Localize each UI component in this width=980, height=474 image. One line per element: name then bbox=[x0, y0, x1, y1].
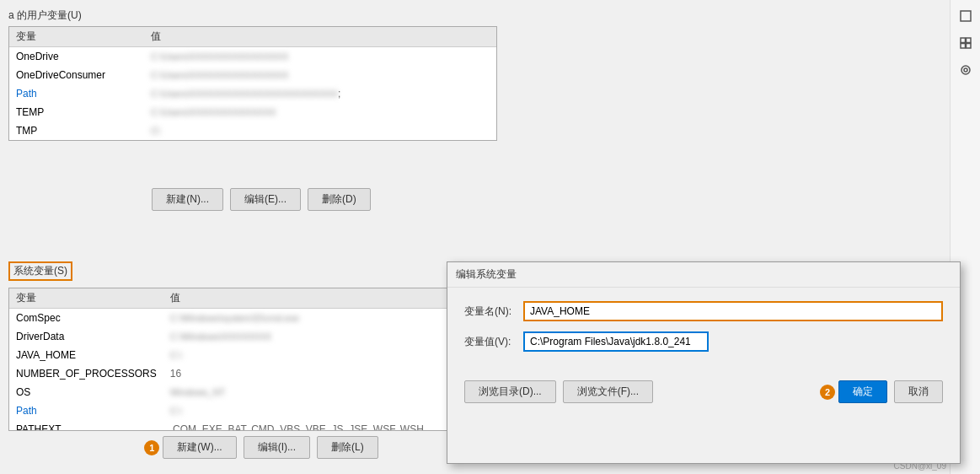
table-row[interactable]: Path C:\ bbox=[9, 401, 496, 420]
dialog-name-label: 变量名(N): bbox=[464, 304, 523, 319]
edit-dialog: 编辑系统变量 变量名(N): 变量值(V): 浏览目录(D)... 浏览文件(F… bbox=[447, 261, 961, 464]
toolbar-icon-3[interactable] bbox=[958, 62, 973, 78]
dialog-name-input[interactable] bbox=[523, 301, 943, 321]
sys-var-name-os: OS bbox=[9, 383, 163, 401]
table-row[interactable]: OneDriveConsumer C:\Users\XXXXXXXXXXXXXX… bbox=[9, 66, 496, 84]
dialog-value-label: 变量值(V): bbox=[464, 335, 523, 349]
dialog-value-row: 变量值(V): bbox=[464, 331, 943, 352]
user-vars-col-value: 值 bbox=[144, 27, 496, 47]
sys-vars-edit-button[interactable]: 编辑(I)... bbox=[244, 436, 310, 459]
table-row[interactable]: TMP C\ bbox=[9, 121, 496, 140]
sys-vars-btn-row: 1 新建(W)... 编辑(I)... 删除(L) bbox=[8, 436, 514, 459]
sys-new-btn-wrapper: 1 新建(W)... bbox=[144, 436, 236, 459]
table-row[interactable]: JAVA_HOME C:\ bbox=[9, 346, 496, 364]
dialog-body: 变量名(N): 变量值(V): bbox=[447, 288, 960, 375]
user-vars-edit-button[interactable]: 编辑(E)... bbox=[230, 188, 301, 211]
browse-file-button[interactable]: 浏览文件(F)... bbox=[563, 380, 653, 403]
user-vars-table-container: 变量 值 OneDrive C:\Users\XXXXXXXXXXXXXXXX … bbox=[8, 26, 497, 141]
table-row[interactable]: PATHEXT .COM,.EXE,.BAT,.CMD,.VBS,.VBE,.J… bbox=[9, 420, 496, 432]
sys-vars-delete-button[interactable]: 删除(L) bbox=[317, 436, 378, 459]
var-name-temp: TEMP bbox=[9, 103, 144, 121]
var-name-path: Path bbox=[9, 84, 144, 103]
user-vars-col-variable: 变量 bbox=[9, 27, 144, 47]
svg-rect-3 bbox=[961, 44, 966, 49]
svg-rect-1 bbox=[961, 38, 966, 43]
sys-vars-col-variable: 变量 bbox=[9, 288, 163, 309]
sys-var-name-path: Path bbox=[9, 401, 163, 420]
var-value-path: C:\Users\XXXXXXXXXXXXXXXXXXXXXXXX; bbox=[144, 84, 496, 103]
table-row[interactable]: TEMP C:\Users\XXXXXXXXXXXXXX bbox=[9, 103, 496, 121]
sys-vars-new-button[interactable]: 新建(W)... bbox=[163, 436, 236, 459]
var-value-onedrivecons: C:\Users\XXXXXXXXXXXXXXXX bbox=[144, 66, 496, 84]
table-row[interactable]: OS Windows_NT bbox=[9, 383, 496, 401]
sys-vars-section: 系统变量(S) 变量 值 ComSpec C:\Windows\system32… bbox=[8, 261, 514, 459]
sys-var-name-comspec: ComSpec bbox=[9, 309, 163, 327]
user-vars-delete-button[interactable]: 删除(D) bbox=[308, 188, 371, 211]
dialog-name-row: 变量名(N): bbox=[464, 301, 943, 321]
svg-rect-4 bbox=[966, 44, 971, 49]
sys-var-name-numproc: NUMBER_OF_PROCESSORS bbox=[9, 364, 163, 383]
dialog-titlebar: 编辑系统变量 bbox=[447, 262, 960, 288]
circle-1: 1 bbox=[144, 440, 159, 455]
dialog-title: 编辑系统变量 bbox=[456, 267, 517, 282]
table-row[interactable]: Path C:\Users\XXXXXXXXXXXXXXXXXXXXXXXX; bbox=[9, 84, 496, 103]
var-value-onedrive: C:\Users\XXXXXXXXXXXXXXXX bbox=[144, 47, 496, 66]
table-row[interactable]: DriverData C:\Windows\XXXXXXXX bbox=[9, 327, 496, 346]
var-value-tmp: C\ bbox=[144, 121, 496, 140]
dialog-cancel-button[interactable]: 取消 bbox=[894, 380, 943, 403]
dialog-value-input[interactable] bbox=[523, 331, 709, 352]
var-name-tmp: TMP bbox=[9, 121, 144, 140]
user-vars-section: a 的用户变量(U) 变量 值 OneDrive C:\Users\XXXXXX… bbox=[8, 8, 514, 211]
svg-rect-2 bbox=[966, 38, 971, 43]
table-row[interactable]: OneDrive C:\Users\XXXXXXXXXXXXXXXX bbox=[9, 47, 496, 66]
table-row[interactable]: NUMBER_OF_PROCESSORS 16 bbox=[9, 364, 496, 383]
sys-var-name-javahome: JAVA_HOME bbox=[9, 346, 163, 364]
ok-btn-wrapper: 2 确定 bbox=[820, 380, 887, 403]
dialog-ok-button[interactable]: 确定 bbox=[838, 380, 887, 403]
user-vars-label: a 的用户变量(U) bbox=[8, 8, 514, 23]
var-name-onedrive: OneDrive bbox=[9, 47, 144, 66]
sys-vars-table: 变量 值 ComSpec C:\Windows\system32\cmd.exe… bbox=[9, 288, 496, 431]
browse-dir-button[interactable]: 浏览目录(D)... bbox=[464, 380, 556, 403]
user-vars-table: 变量 值 OneDrive C:\Users\XXXXXXXXXXXXXXXX … bbox=[9, 27, 496, 140]
dialog-btn-row: 浏览目录(D)... 浏览文件(F)... 2 确定 取消 bbox=[447, 380, 960, 403]
svg-point-5 bbox=[961, 66, 970, 74]
user-vars-btn-row: 新建(N)... 编辑(E)... 删除(D) bbox=[8, 188, 514, 211]
var-name-onedrivecons: OneDriveConsumer bbox=[9, 66, 144, 84]
table-row[interactable]: ComSpec C:\Windows\system32\cmd.exe bbox=[9, 309, 496, 327]
var-value-temp: C:\Users\XXXXXXXXXXXXXX bbox=[144, 103, 496, 121]
toolbar-icon-2[interactable] bbox=[958, 35, 973, 51]
svg-rect-0 bbox=[961, 11, 971, 21]
sys-vars-table-container: 变量 值 ComSpec C:\Windows\system32\cmd.exe… bbox=[8, 288, 497, 431]
circle-2: 2 bbox=[820, 385, 835, 400]
sys-vars-label: 系统变量(S) bbox=[8, 261, 72, 281]
svg-point-6 bbox=[964, 68, 967, 72]
toolbar-icon-1[interactable] bbox=[958, 8, 973, 24]
sys-var-name-pathext: PATHEXT bbox=[9, 420, 163, 432]
user-vars-new-button[interactable]: 新建(N)... bbox=[152, 188, 223, 211]
sys-var-name-driverdata: DriverData bbox=[9, 327, 163, 346]
